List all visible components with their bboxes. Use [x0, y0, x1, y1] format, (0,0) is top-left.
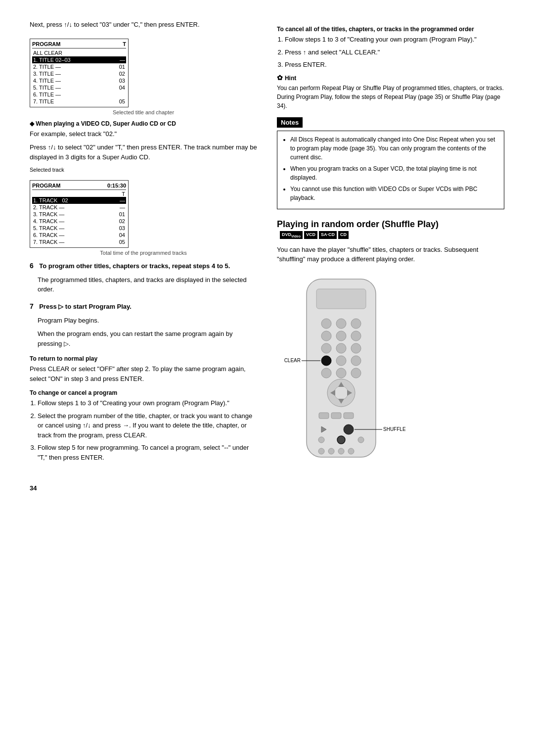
cancel-all-list: Follow steps 1 to 3 of "Creating your ow… [277, 35, 504, 70]
svg-point-14 [321, 368, 331, 378]
table1-row-6: 6. TITLE — [32, 91, 126, 98]
svg-point-30 [358, 437, 364, 443]
clear-label: CLEAR [284, 358, 301, 363]
cancel-all-item-3: Press ENTER. [285, 60, 504, 70]
hint-section: ✿ Hint You can perform Repeat Play or Sh… [277, 74, 504, 110]
badge-sacd: SA·CD [319, 231, 337, 239]
hint-icon: ✿ [277, 74, 285, 82]
hint-text: You can perform Repeat Play or Shuffle P… [277, 84, 504, 110]
svg-rect-24 [331, 413, 341, 419]
change-cancel-section: To change or cancel a program Follow ste… [30, 389, 257, 462]
shuffle-label: SHUFFLE [383, 426, 405, 432]
svg-point-9 [336, 343, 346, 353]
notes-list: All Discs Repeat is automatically change… [282, 135, 499, 202]
step-6-number: 6 [30, 262, 38, 270]
hint-heading-label: Hint [285, 75, 296, 82]
left-column: Next, press ↑/↓ to select "03" under "C,… [30, 20, 257, 482]
notes-item-1: All Discs Repeat is automatically change… [290, 135, 499, 162]
svg-point-2 [321, 319, 331, 329]
return-normal-heading: To return to normal play [30, 355, 257, 362]
table2-row-3: 3. TRACK — 01 [32, 211, 126, 218]
notes-item-3: You cannot use this function with VIDEO … [290, 185, 499, 202]
page-content: Next, press ↑/↓ to select "03" under "C,… [30, 20, 504, 482]
table1-header-right: T [123, 41, 126, 47]
table2-header-right: 0:15:30 [107, 183, 126, 189]
svg-point-31 [318, 448, 324, 454]
return-normal-text: Press CLEAR or select "OFF" after step 2… [30, 364, 257, 383]
svg-point-11 [321, 356, 331, 366]
change-cancel-item-1: Follow steps 1 to 3 of "Creating your ow… [38, 398, 257, 408]
return-normal-section: To return to normal play Press CLEAR or … [30, 355, 257, 383]
cancel-all-item-2: Press ↑ and select "ALL CLEAR." [285, 47, 504, 57]
disc-badges: DVDVideo VCD SA·CD CD [280, 231, 349, 239]
change-cancel-list: Follow steps 1 to 3 of "Creating your ow… [30, 398, 257, 462]
cancel-all-heading: To cancel all of the titles, chapters, o… [277, 26, 504, 33]
shuffle-section: Playing in random order (Shuffle Play) D… [277, 219, 504, 469]
svg-rect-1 [316, 289, 366, 309]
table2-caption: Total time of the programmed tracks [30, 250, 257, 256]
change-cancel-item-3: Follow step 5 for new programming. To ca… [38, 443, 257, 462]
svg-point-4 [351, 319, 361, 329]
table1-row-5: 5. TITLE — 04 [32, 84, 126, 91]
step-6-text: The programmed titles, chapters, and tra… [38, 275, 257, 294]
svg-point-16 [351, 368, 361, 378]
table2-row-2: 2. TRACK — — [32, 204, 126, 211]
table2-row-6: 6. TRACK — 04 [32, 232, 126, 238]
notes-content: All Discs Repeat is automatically change… [277, 131, 504, 209]
svg-point-32 [328, 448, 334, 454]
notes-section: Notes All Discs Repeat is automatically … [277, 117, 504, 209]
step-7-sub1: Program Play begins. [38, 316, 257, 326]
notes-item-2: When you program tracks on a Super VCD, … [290, 164, 499, 182]
svg-point-34 [348, 448, 354, 454]
table1-header-left: PROGRAM [32, 41, 60, 47]
svg-point-6 [336, 331, 346, 341]
notes-label: Notes [277, 117, 303, 128]
svg-point-3 [336, 319, 346, 329]
svg-point-12 [336, 356, 346, 366]
svg-rect-23 [319, 413, 329, 419]
table1-row-7: 7. TITLE 05 [32, 98, 126, 105]
badge-cd: CD [338, 231, 349, 239]
step-7-block: 7 Press ▷ to start Program Play. Program… [30, 301, 257, 349]
table2-header: PROGRAM 0:15:30 [32, 183, 126, 190]
table1-row-4: 4. TITLE — 03 [32, 77, 126, 84]
badge-vcd: VCD [304, 231, 317, 239]
video-cd-text1: For example, select track "02." [30, 129, 257, 139]
table1-header: PROGRAM T [32, 41, 126, 48]
step-6-block: 6 To program other titles, chapters or t… [30, 261, 257, 294]
step-7-number: 7 [30, 302, 38, 310]
video-cd-text2: Press ↑/↓ to select "02" under "T," then… [30, 142, 257, 162]
svg-rect-25 [344, 413, 354, 419]
cancel-all-item-1: Follow steps 1 to 3 of "Creating your ow… [285, 35, 504, 45]
program-table-2: PROGRAM 0:15:30 T 1. TRACK 02 — 2. TRACK… [30, 180, 129, 248]
program-table-1: PROGRAM T ALL CLEAR 1. TITLE 02–03 — 2. … [30, 39, 129, 107]
table2-row-4: 4. TRACK — 02 [32, 218, 126, 225]
step-6-heading: To program other titles, chapters or tra… [39, 262, 230, 270]
right-column: To cancel all of the titles, chapters, o… [277, 20, 504, 482]
table1-row-3: 3. TITLE — 02 [32, 70, 126, 77]
svg-point-18 [334, 386, 348, 400]
svg-point-7 [351, 331, 361, 341]
change-cancel-item-2: Select the program number of the title, … [38, 411, 257, 440]
remote-svg: CLEAR SHUFFLE [277, 274, 405, 467]
table1-row-1: 1. TITLE 02–03 — [32, 56, 126, 63]
table1-caption: Selected title and chapter [30, 109, 257, 115]
table1-row-2: 2. TITLE — 01 [32, 63, 126, 70]
badge-dvdvideo: DVDVideo [280, 231, 303, 239]
svg-point-13 [351, 356, 361, 366]
svg-point-29 [337, 436, 345, 444]
video-cd-heading: ◆ When playing a VIDEO CD, Super Audio C… [30, 120, 257, 127]
table1-row-0: ALL CLEAR [32, 49, 126, 56]
table2-row-7: 7. TRACK — 05 [32, 238, 126, 245]
page-number-container: 34 [30, 467, 257, 482]
svg-point-15 [336, 368, 346, 378]
remote-illustration: CLEAR SHUFFLE [277, 274, 504, 469]
section-title: Playing in random order (Shuffle Play) D… [277, 219, 504, 240]
table2-selected-caption: Selected track [30, 166, 257, 174]
intro-text: Next, press ↑/↓ to select "03" under "C,… [30, 20, 257, 30]
change-cancel-heading: To change or cancel a program [30, 389, 257, 396]
svg-point-10 [351, 343, 361, 353]
step-7-sub2: When the program ends, you can restart t… [38, 329, 257, 348]
svg-point-28 [318, 437, 324, 443]
page-number: 34 [30, 484, 37, 492]
